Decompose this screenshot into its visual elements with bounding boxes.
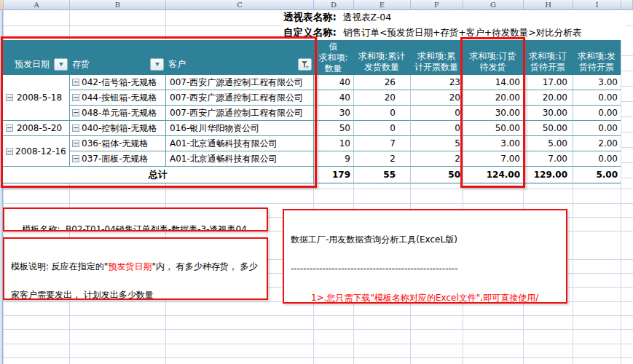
column-letter-e[interactable]: E: [354, 0, 411, 9]
header-cum-shipped[interactable]: 求和项:累计 发货数量: [353, 40, 410, 75]
template-name-box[interactable]: 模板名称: B02-T01-04销售订单列表-数据表-3-透视表04: [3, 207, 268, 232]
value-cell[interactable]: 0.00: [573, 90, 621, 106]
value-cell[interactable]: 23: [410, 75, 463, 90]
value-cell[interactable]: 0.00: [573, 106, 621, 121]
value-cell[interactable]: 0: [353, 106, 410, 121]
value-cell[interactable]: 0: [410, 106, 463, 121]
value-cell[interactable]: 5.00: [523, 136, 573, 151]
excel-worksheet: A B C D E F G H I 透视表名称: 透视表Z-04 自定义名称: …: [0, 0, 633, 364]
column-letter-a[interactable]: A: [4, 0, 70, 9]
value-cell[interactable]: 0.00: [573, 151, 621, 167]
value-cell[interactable]: 0: [353, 121, 410, 136]
template-desc-line2: 家客户需要发出， 计划发出多少数量: [11, 290, 264, 300]
value-cell[interactable]: 30: [313, 106, 353, 121]
annotation-box-backlog-column: [460, 37, 525, 188]
value-cell[interactable]: 40: [313, 75, 353, 90]
value-cell[interactable]: 30.00: [523, 106, 573, 121]
vendor-box[interactable]: 数据工厂-用友数据查询分析工具(ExceL版) ----------------…: [283, 209, 567, 304]
value-cell[interactable]: 50: [313, 121, 353, 136]
total-cell[interactable]: 179: [313, 167, 353, 183]
value-cell[interactable]: 7: [353, 136, 410, 151]
total-cell[interactable]: 50: [410, 167, 463, 183]
column-header-filler: [621, 0, 633, 9]
value-cell[interactable]: 50.00: [523, 121, 573, 136]
vendor-divider: ----------------------------------------…: [291, 264, 563, 274]
value-cell[interactable]: 40: [313, 90, 353, 106]
value-cell[interactable]: 2.00: [573, 136, 621, 151]
header-shipped-uninvoiced[interactable]: 求和项:发 货待开票: [573, 40, 621, 75]
value-cell[interactable]: 20: [353, 90, 410, 106]
cell-custom-name[interactable]: 自定义名称: 销售订单<预发货日期+存货+客户+待发数量>对比分析表: [283, 25, 626, 40]
value-cell[interactable]: 2: [410, 151, 463, 167]
vendor-tip1: 1>.您只需下载"模板名称对应的Excel文件",即可直接使用/: [291, 293, 563, 303]
column-letter-d[interactable]: D: [314, 0, 354, 9]
value-cell[interactable]: 5: [410, 136, 463, 151]
template-desc-line1: 模板说明: 反应在指定的"预发货日期"内， 有多少种存货， 多少: [11, 262, 264, 272]
header-qty[interactable]: 值 求和项: 数量: [313, 40, 353, 75]
pivot-name-label: 透视表名称:: [283, 11, 337, 24]
template-name-text: 模板名称: B02-T01-04销售订单列表-数据表-3-透视表04: [22, 224, 247, 232]
column-letter-f[interactable]: F: [411, 0, 463, 9]
cell-pivot-table-name[interactable]: 透视表名称: 透视表Z-04: [283, 10, 626, 25]
value-cell[interactable]: 0.00: [573, 121, 621, 136]
column-header-row: A B C D E F G H I: [0, 0, 633, 10]
column-letter-c[interactable]: C: [166, 0, 314, 9]
value-cell[interactable]: 9: [313, 151, 353, 167]
value-cell[interactable]: 26: [353, 75, 410, 90]
value-cell[interactable]: 17.00: [523, 75, 573, 90]
column-letter-h[interactable]: H: [524, 0, 573, 9]
total-cell[interactable]: 129.00: [523, 167, 573, 183]
value-cell[interactable]: 20.00: [523, 90, 573, 106]
pivot-name-value: 透视表Z-04: [343, 12, 391, 24]
total-cell[interactable]: 55: [353, 167, 410, 183]
template-desc-box[interactable]: 模板说明: 反应在指定的"预发货日期"内， 有多少种存货， 多少 家客户需要发出…: [3, 237, 268, 300]
annotation-box-table: [1, 36, 317, 188]
value-cell[interactable]: 7.00: [523, 151, 573, 167]
column-letter-b[interactable]: B: [70, 0, 166, 9]
column-letter-i[interactable]: I: [573, 0, 621, 9]
gridlines-horizontal-right: [621, 41, 633, 183]
value-cell[interactable]: 2: [353, 151, 410, 167]
highlighted-date-field: 预发货日期: [108, 261, 152, 272]
value-cell[interactable]: 10: [313, 136, 353, 151]
header-backlog-invoice[interactable]: 求和项:订 货待开票: [523, 40, 573, 75]
header-cum-invoiced[interactable]: 求和项:累 计开票数量: [410, 40, 463, 75]
column-letter-g[interactable]: G: [463, 0, 524, 9]
total-cell[interactable]: 5.00: [573, 167, 621, 183]
value-cell[interactable]: 3.00: [573, 75, 621, 90]
value-cell[interactable]: 20: [410, 90, 463, 106]
value-cell[interactable]: 0: [410, 121, 463, 136]
vendor-title: 数据工厂-用友数据查询分析工具(ExceL版): [291, 235, 563, 245]
